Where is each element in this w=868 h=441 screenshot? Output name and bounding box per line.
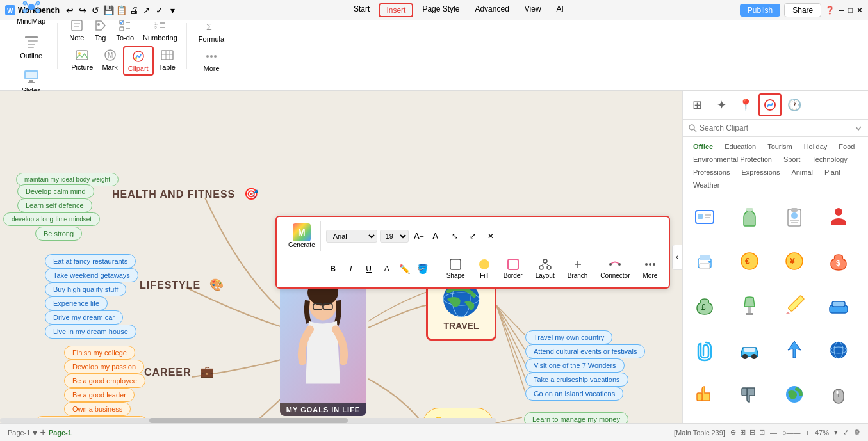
panel-icon-4[interactable]: 🕐 [783, 93, 806, 116]
connector-ft-btn[interactable]: Connector [595, 256, 635, 281]
outline-btn[interactable]: Outline [13, 30, 49, 62]
mark-btn[interactable]: M Mark [98, 46, 121, 76]
redo-btn[interactable]: ↪ [78, 5, 88, 15]
menu-pagestyle[interactable]: Page Style [416, 3, 466, 17]
health-node-3[interactable]: Learn self defence [17, 198, 92, 212]
menu-start[interactable]: Start [347, 3, 376, 17]
cat-holiday[interactable]: Holiday [799, 141, 833, 152]
clipart-stapler[interactable] [822, 289, 855, 322]
travel-sub-1[interactable]: Travel my own country [525, 330, 612, 344]
cat-food[interactable]: Food [833, 141, 860, 152]
underline-btn[interactable]: U [361, 261, 377, 277]
cat-tourism[interactable]: Tourism [762, 141, 798, 152]
window-min[interactable]: ─ [839, 6, 844, 15]
career-node-2[interactable]: Develop my passion [64, 360, 144, 374]
shape-ft-btn[interactable]: Shape [441, 256, 470, 281]
lifestyle-node-5[interactable]: Drive my dream car [45, 310, 123, 325]
clipart-pencil[interactable] [778, 289, 811, 322]
cat-office[interactable]: Office [688, 141, 718, 152]
more-nav-btn[interactable]: ▾ [167, 5, 177, 15]
picture-btn[interactable]: Picture [67, 46, 97, 76]
share-button[interactable]: Share [784, 3, 821, 17]
clipart-yen-coin[interactable]: ¥ [778, 245, 811, 278]
clipart-printer[interactable] [688, 245, 721, 278]
clipart-dollar-bag[interactable]: $ [822, 245, 855, 278]
clipart-person[interactable] [822, 200, 855, 234]
more-ft-btn[interactable]: More [638, 256, 663, 281]
italic-btn[interactable]: I [343, 261, 359, 277]
menu-ai[interactable]: AI [550, 3, 570, 17]
lifestyle-node-2[interactable]: Take weekend getaways [45, 268, 138, 282]
paint-btn[interactable]: 🪣 [415, 261, 430, 277]
publish-button[interactable]: Publish [740, 4, 780, 17]
clipart-thumbsup[interactable] [688, 378, 721, 411]
cat-weather[interactable]: Weather [688, 179, 725, 191]
lifestyle-node-4[interactable]: Experience life [45, 296, 108, 310]
clipart-id-badge[interactable] [778, 200, 811, 234]
canvas[interactable]: HEALTH AND FITNESS 🎯 maintain my ideal b… [0, 91, 682, 423]
clipart-id-card[interactable] [688, 200, 721, 234]
travel-sub-2[interactable]: Attend cultural events or festivals [525, 344, 645, 358]
more-tools-btn[interactable]: More [199, 47, 223, 74]
horizontal-scrollbar[interactable] [0, 418, 496, 423]
branch-ft-btn[interactable]: Branch [562, 256, 593, 281]
page-indicator[interactable]: Page-1 ▾ + Page-1 [8, 427, 72, 438]
cat-sport[interactable]: Sport [778, 154, 805, 165]
font-select[interactable]: Arial Times New Roman [326, 230, 377, 243]
menu-advanced[interactable]: Advanced [468, 3, 515, 17]
panel-icon-clipart[interactable] [758, 93, 782, 116]
numbering-btn[interactable]: 1. 2. Numbering [139, 17, 181, 44]
travel-sub-5[interactable]: Go on an Island vacations [525, 387, 623, 401]
clipart-btn[interactable]: Clipart [123, 46, 154, 76]
clipart-globe-office[interactable] [822, 333, 855, 367]
clipart-bottle[interactable] [733, 200, 766, 234]
clipart-mouse[interactable] [822, 378, 855, 411]
copy-btn[interactable]: 📋 [116, 5, 126, 15]
maximize-btn[interactable]: ⤡ [447, 229, 463, 244]
mindmap-btn[interactable]: MindMap [10, 0, 52, 28]
health-node-2[interactable]: Develop calm mind [17, 184, 94, 198]
cat-tech[interactable]: Technology [807, 154, 853, 165]
menu-view[interactable]: View [518, 3, 548, 17]
travel-sub-4[interactable]: Take a cruiseship vacations [525, 373, 628, 387]
travel-sub-3[interactable]: Visit one of the 7 Wonders [525, 358, 625, 373]
tag-btn[interactable]: Tag [90, 17, 111, 44]
clipart-pound-bag[interactable]: £ [688, 289, 721, 322]
career-node-5[interactable]: Own a business [64, 402, 131, 416]
font-color-btn[interactable]: A [379, 261, 395, 277]
finance-sub-1[interactable]: Learn to manage my money [524, 412, 628, 423]
close-toolbar-btn[interactable]: ✕ [483, 229, 498, 244]
window-max[interactable]: □ [848, 6, 853, 15]
panel-icon-2[interactable]: ✦ [710, 93, 733, 116]
highlight-btn[interactable]: ✏️ [397, 261, 413, 277]
clipart-clip[interactable] [688, 333, 721, 367]
clipart-lamp[interactable] [733, 289, 766, 322]
health-node-4[interactable]: develop a long-time mindset [3, 212, 100, 226]
clipart-plane[interactable] [778, 333, 811, 367]
career-node-3[interactable]: Be a good employee [64, 374, 145, 388]
help-btn[interactable]: ❓ [825, 6, 835, 15]
cat-education[interactable]: Education [719, 141, 761, 152]
minimize-btn[interactable]: ⤢ [465, 229, 480, 244]
career-node-1[interactable]: Finish my college [64, 346, 135, 360]
panel-icon-3[interactable]: 📍 [734, 93, 757, 116]
clipart-thumbsdown[interactable] [733, 378, 766, 411]
font-decrease-btn[interactable]: A- [429, 229, 445, 244]
cat-prof[interactable]: Professions [688, 166, 735, 178]
border-ft-btn[interactable]: Border [498, 256, 528, 281]
table-btn[interactable]: Table [155, 46, 179, 76]
window-close[interactable]: ✕ [856, 6, 863, 15]
note-btn[interactable]: Note [65, 17, 88, 44]
clipart-car[interactable] [733, 333, 766, 367]
clipart-euro-coin[interactable]: € [733, 245, 766, 278]
history-btn[interactable]: ↺ [90, 5, 101, 15]
print-btn[interactable]: 🖨 [129, 5, 139, 15]
cat-plant[interactable]: Plant [819, 166, 846, 178]
generate-btn[interactable]: M Generate [283, 221, 321, 251]
check-btn[interactable]: ✓ [154, 5, 165, 15]
panel-icon-1[interactable]: ⊞ [685, 93, 708, 116]
panel-collapse-btn[interactable]: ‹ [672, 245, 682, 270]
career-node-4[interactable]: Be a good leader [64, 388, 135, 402]
todo-btn[interactable]: To-do [113, 17, 138, 44]
lifestyle-node-3[interactable]: Buy high quality stuff [45, 282, 126, 296]
